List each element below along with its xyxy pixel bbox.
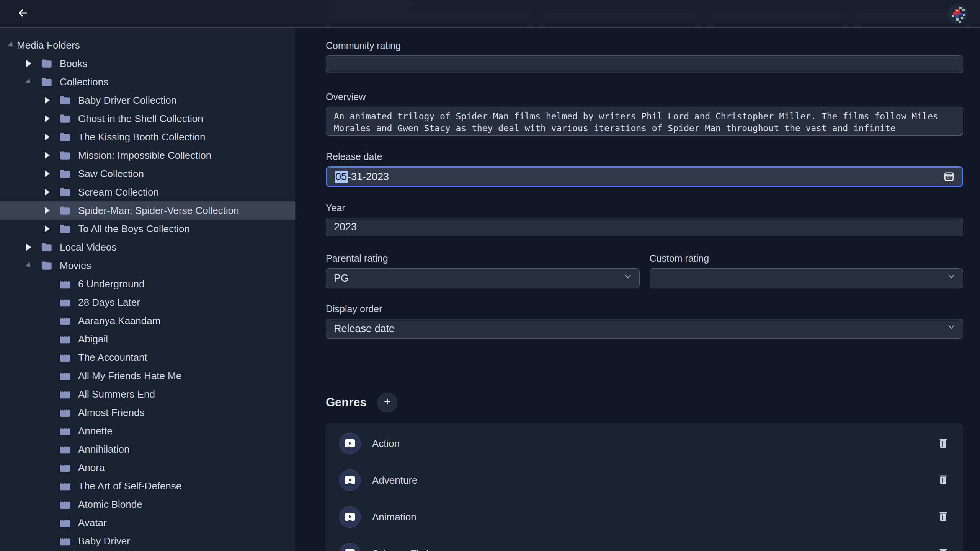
display-order-select[interactable]: Release date bbox=[326, 319, 963, 339]
tree-item-annihilation[interactable]: Annihilation bbox=[0, 440, 295, 458]
caret-icon[interactable] bbox=[41, 189, 53, 196]
caret-icon[interactable] bbox=[41, 97, 53, 104]
folder-icon bbox=[58, 185, 72, 199]
tree-item-collections[interactable]: Collections bbox=[0, 73, 295, 91]
tree-item-the-accountant[interactable]: The Accountant bbox=[0, 348, 295, 367]
parental-rating-value: PG bbox=[334, 272, 349, 284]
genre-label: Adventure bbox=[372, 474, 418, 486]
delete-genre-button[interactable] bbox=[937, 547, 949, 551]
genre-row-adventure: Adventure bbox=[326, 462, 963, 499]
genres-heading: Genres bbox=[326, 396, 367, 409]
genre-row-animation: Animation bbox=[326, 499, 963, 535]
caret-icon[interactable] bbox=[23, 244, 34, 251]
delete-genre-button[interactable] bbox=[937, 437, 949, 450]
tree-item-label: Books bbox=[60, 58, 87, 70]
tree-item-6-underground[interactable]: 6 Underground bbox=[0, 275, 295, 293]
back-button[interactable] bbox=[14, 5, 32, 23]
tree-item-label: Anora bbox=[78, 462, 105, 474]
custom-rating-select[interactable] bbox=[650, 268, 964, 288]
parental-rating-field: Parental rating PG bbox=[326, 253, 640, 288]
genre-media-icon bbox=[339, 543, 361, 551]
movie-icon bbox=[58, 295, 72, 309]
tree-item-baby-driver-collection[interactable]: Baby Driver Collection bbox=[0, 91, 295, 109]
calendar-icon bbox=[943, 170, 955, 184]
caret-icon[interactable] bbox=[41, 207, 53, 214]
folder-icon bbox=[40, 57, 54, 70]
tree-item-label: The Accountant bbox=[78, 352, 147, 364]
genre-label: Science Fiction bbox=[372, 548, 439, 551]
caret-icon[interactable] bbox=[23, 60, 34, 67]
tree-item-the-kissing-booth-collection[interactable]: The Kissing Booth Collection bbox=[0, 128, 295, 146]
tree-item-label: Collections bbox=[60, 76, 108, 88]
tree-item-all-summers-end[interactable]: All Summers End bbox=[0, 385, 295, 403]
caret-icon[interactable] bbox=[41, 170, 53, 177]
tree-item-label: 6 Underground bbox=[78, 278, 144, 290]
tree-item-mission-impossible-collection[interactable]: Mission: Impossible Collection bbox=[0, 146, 295, 165]
tree-item-label: Scream Collection bbox=[78, 186, 159, 198]
arrow-left-icon bbox=[17, 7, 29, 20]
tree-item-label: 28 Days Later bbox=[78, 297, 140, 308]
release-date-input[interactable]: 05-31-2023 bbox=[326, 166, 963, 187]
community-rating-field: Community rating bbox=[326, 40, 963, 73]
folder-icon bbox=[58, 93, 72, 107]
display-order-label: Display order bbox=[326, 303, 963, 315]
genre-media-icon bbox=[339, 469, 361, 491]
tree-item-saw-collection[interactable]: Saw Collection bbox=[0, 165, 295, 183]
display-order-field: Display order Release date bbox=[326, 303, 963, 339]
community-rating-input[interactable] bbox=[326, 55, 963, 73]
caret-icon[interactable] bbox=[41, 225, 53, 232]
trash-icon bbox=[939, 548, 948, 551]
tree-item-avatar[interactable]: Avatar bbox=[0, 514, 295, 532]
tree-item-annette[interactable]: Annette bbox=[0, 422, 295, 440]
tree-item-baby-driver[interactable]: Baby Driver bbox=[0, 532, 295, 550]
caret-icon[interactable] bbox=[41, 134, 53, 140]
delete-genre-button[interactable] bbox=[937, 510, 949, 524]
tree-item-local-videos[interactable]: Local Videos bbox=[0, 238, 295, 256]
add-genre-button[interactable]: + bbox=[377, 393, 397, 412]
tree-item-all-my-friends-hate-me[interactable]: All My Friends Hate Me bbox=[0, 367, 295, 385]
calendar-picker-button[interactable] bbox=[942, 170, 956, 184]
tree-item-label: Baby Driver bbox=[78, 535, 130, 547]
tree-item-label: All Summers End bbox=[78, 388, 155, 400]
movie-icon bbox=[58, 369, 72, 383]
tree-item-scream-collection[interactable]: Scream Collection bbox=[0, 183, 295, 201]
tree-item-label: Annihilation bbox=[78, 443, 129, 455]
tree-item-label: Baby Driver Collection bbox=[78, 95, 176, 106]
genre-row-action: Action bbox=[326, 425, 963, 462]
tree-item-atomic-blonde[interactable]: Atomic Blonde bbox=[0, 495, 295, 514]
tree-item-aaranya-kaandam[interactable]: Aaranya Kaandam bbox=[0, 311, 295, 330]
year-input[interactable] bbox=[326, 218, 963, 236]
genres-section-header: Genres + bbox=[326, 393, 963, 412]
overview-textarea[interactable]: An animated trilogy of Spider-Man films … bbox=[326, 107, 963, 136]
tree-item-media-folders[interactable]: Media Folders bbox=[0, 36, 295, 54]
tree-item-almost-friends[interactable]: Almost Friends bbox=[0, 403, 295, 422]
tree-item-abigail[interactable]: Abigail bbox=[0, 330, 295, 348]
trash-icon bbox=[939, 438, 948, 450]
tree-item-the-art-of-self-defense[interactable]: The Art of Self-Defense bbox=[0, 477, 295, 495]
delete-genre-button[interactable] bbox=[937, 473, 949, 487]
caret-icon[interactable] bbox=[41, 115, 53, 122]
trash-icon bbox=[939, 474, 948, 486]
tree-item-label: Spider-Man: Spider-Verse Collection bbox=[78, 205, 239, 217]
tree-item-to-all-the-boys-collection[interactable]: To All the Boys Collection bbox=[0, 220, 295, 238]
trash-icon bbox=[939, 511, 948, 523]
tree-item-ghost-in-the-shell-collection[interactable]: Ghost in the Shell Collection bbox=[0, 109, 295, 128]
tree-item-books[interactable]: Books bbox=[0, 54, 295, 73]
caret-icon[interactable] bbox=[23, 79, 34, 85]
caret-icon[interactable] bbox=[41, 152, 53, 159]
tree-item-spider-man-spider-verse-collection[interactable]: Spider-Man: Spider-Verse Collection bbox=[0, 201, 295, 220]
chevron-down-icon bbox=[623, 271, 632, 283]
avatar[interactable] bbox=[948, 4, 968, 24]
movie-icon bbox=[58, 442, 72, 456]
caret-icon[interactable] bbox=[5, 42, 17, 48]
folder-icon bbox=[40, 75, 54, 89]
tree-item-movies[interactable]: Movies bbox=[0, 256, 295, 275]
tree-item-28-days-later[interactable]: 28 Days Later bbox=[0, 293, 295, 311]
tree-item-label: To All the Boys Collection bbox=[78, 223, 190, 235]
caret-icon[interactable] bbox=[23, 262, 34, 269]
tree-item-label: The Art of Self-Defense bbox=[78, 480, 181, 492]
parental-rating-select[interactable]: PG bbox=[326, 268, 640, 288]
release-date-label: Release date bbox=[326, 151, 963, 162]
metadata-editor: Community rating Overview An animated tr… bbox=[295, 28, 980, 551]
tree-item-anora[interactable]: Anora bbox=[0, 458, 295, 477]
